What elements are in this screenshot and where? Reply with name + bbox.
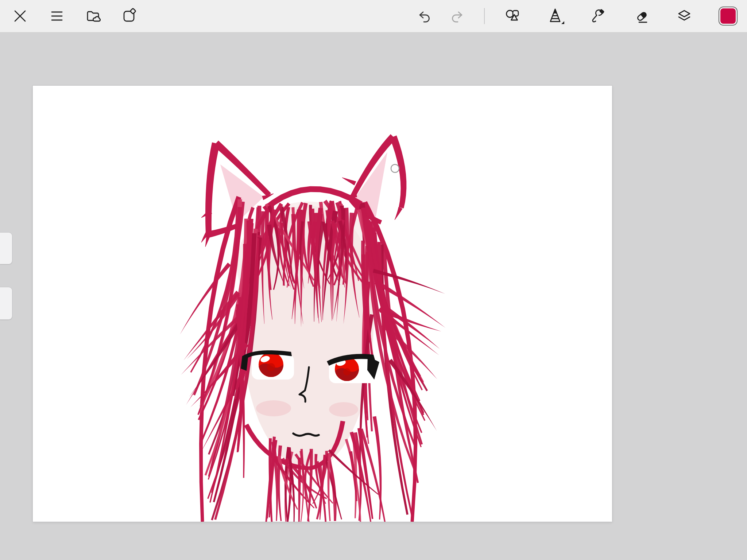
drawer-tab-1[interactable] [0, 232, 12, 264]
color-swatch-button[interactable] [719, 7, 738, 26]
selected-tool-indicator [561, 21, 564, 24]
eraser-icon [634, 8, 650, 24]
layers-button[interactable] [674, 6, 694, 26]
shapes-icon [505, 8, 521, 24]
marker-icon [547, 7, 565, 25]
close-button[interactable] [10, 6, 30, 26]
close-icon [12, 8, 28, 24]
gallery-button[interactable] [83, 6, 103, 26]
redo-button[interactable] [447, 6, 467, 26]
marker-tool-button[interactable] [546, 6, 566, 26]
undo-button[interactable] [414, 6, 435, 26]
drawing-app-window [0, 0, 747, 560]
toolbar [0, 0, 747, 32]
hair-guide-0 [205, 142, 220, 234]
smudge-tool-button[interactable] [588, 6, 609, 26]
hair-guide-12 [395, 207, 403, 220]
chin-right [373, 416, 382, 520]
eraser-tool-button[interactable] [632, 6, 652, 26]
eye-iris [267, 363, 275, 371]
toolbar-divider [484, 8, 485, 24]
base-shape-3 [329, 402, 358, 417]
canvas-artwork [33, 86, 612, 522]
layers-icon [676, 8, 692, 24]
hair-guide-10 [342, 178, 356, 186]
menu-button[interactable] [47, 6, 67, 26]
eye-iris [343, 368, 351, 376]
redo-icon [449, 8, 465, 24]
mid-strands [324, 455, 342, 520]
base-shape-2 [256, 400, 291, 416]
undo-icon [417, 8, 433, 24]
shapes-tool-button[interactable] [503, 6, 523, 26]
drawer-tab-2[interactable] [0, 287, 12, 320]
import-button[interactable] [119, 6, 139, 26]
menu-icon [49, 8, 65, 24]
drawing-canvas[interactable] [33, 86, 612, 522]
smudge-icon [591, 8, 607, 24]
chin-right [360, 428, 386, 522]
folder-cloud-icon [85, 8, 101, 24]
brush-cursor [391, 164, 399, 172]
current-color-swatch [720, 8, 736, 24]
import-icon [121, 8, 137, 24]
